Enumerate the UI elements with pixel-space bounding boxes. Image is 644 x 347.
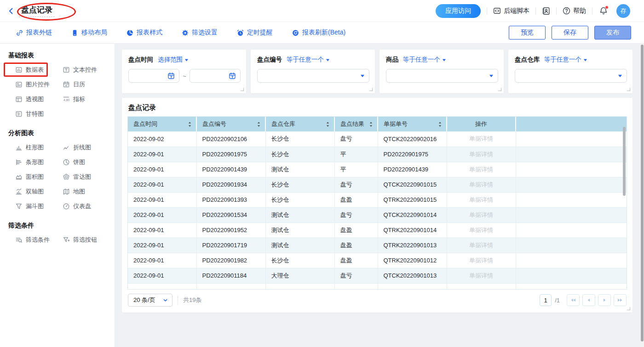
notification-bell-icon[interactable] <box>599 6 608 15</box>
first-page-button[interactable] <box>567 294 580 306</box>
table-row[interactable]: 2022-09-01PD20220901534测试仓盘亏QTCK20220901… <box>128 207 627 222</box>
sidebar-item-gantt[interactable]: 甘特图 <box>15 110 63 118</box>
select-input[interactable] <box>515 69 627 83</box>
doc-detail-link[interactable]: 单据详情 <box>447 253 516 268</box>
sidebar-item-column-chart[interactable]: 柱形图 <box>15 143 63 151</box>
resize-handle[interactable] <box>241 88 244 91</box>
sidebar-item-area-chart[interactable]: 面积图 <box>15 173 63 181</box>
page-scrollbar[interactable] <box>640 44 644 347</box>
next-page-button[interactable] <box>598 294 611 306</box>
filter-widget-warehouse[interactable]: 盘点仓库 等于任意一个 <box>508 50 632 93</box>
column-header-time[interactable]: 盘点时间 <box>128 117 196 131</box>
back-icon[interactable] <box>7 7 15 15</box>
resize-handle[interactable] <box>369 88 373 91</box>
doc-detail-link[interactable]: 单据详情 <box>447 207 516 222</box>
sort-icon[interactable] <box>326 121 330 127</box>
toolbar-item-scheduled-reminder[interactable]: 定时提醒 <box>237 28 273 37</box>
sidebar-item-dual-axis[interactable]: 双轴图 <box>15 188 63 195</box>
table-row[interactable]: 2022-09-01PD20220901934长沙仓盘亏QTCK20220901… <box>128 177 627 192</box>
save-button[interactable]: 保存 <box>552 26 588 40</box>
help-button[interactable]: 帮助 <box>563 7 586 15</box>
sort-icon[interactable] <box>438 121 442 127</box>
sidebar-item-pivot[interactable]: 透视图 <box>15 95 63 103</box>
resize-handle[interactable] <box>498 88 501 91</box>
gauge-icon <box>63 203 70 210</box>
table-row[interactable]: 2022-09-01PD20220901439测试仓平PD20220901439… <box>128 162 627 177</box>
sidebar-item-filter-condition[interactable]: 筛选条件 <box>15 236 63 244</box>
sidebar-item-bar-chart[interactable]: 条形图 <box>15 158 63 166</box>
filter-condition-selector[interactable]: 等于任意一个 <box>544 56 587 64</box>
filter-widget-date[interactable]: 盘点时间 选择范围 ~ <box>122 50 246 93</box>
table-scrollbar-thumb[interactable] <box>623 127 626 196</box>
date-end-input[interactable] <box>190 69 241 83</box>
doc-detail-link[interactable]: 单据详情 <box>447 192 516 207</box>
sidebar-item-line-chart[interactable]: 折线图 <box>63 143 115 151</box>
app-access-button[interactable]: 应用访问 <box>436 4 481 18</box>
sidebar-item-gauge[interactable]: 仪表盘 <box>63 202 115 210</box>
sidebar-item-image-widget[interactable]: 图片控件 <box>15 80 63 88</box>
doc-detail-link[interactable]: 单据详情 <box>447 147 516 162</box>
column-header-doc-number[interactable]: 单据单号 <box>378 117 447 131</box>
doc-detail-link[interactable]: 单据详情 <box>447 238 516 253</box>
sort-icon[interactable] <box>369 121 373 127</box>
doc-detail-link[interactable]: 单据详情 <box>447 162 516 177</box>
column-header-actions[interactable]: 操作 <box>447 117 516 131</box>
table-row[interactable]: 2022-09-02PD20220902106长沙仓盘亏QTCK20220902… <box>128 131 627 147</box>
page-size-select[interactable]: 20 条/页 <box>128 294 172 307</box>
column-header-result[interactable]: 盘点结果 <box>334 117 378 131</box>
filter-condition-selector[interactable]: 等于任意一个 <box>403 56 446 64</box>
table-cell-empty <box>516 268 627 283</box>
filter-condition-selector[interactable]: 等于任意一个 <box>287 56 330 64</box>
sidebar-item-funnel[interactable]: 漏斗图 <box>15 202 63 210</box>
date-start-input[interactable] <box>128 69 179 83</box>
doc-detail-link[interactable]: 单据详情 <box>447 222 516 238</box>
publish-button[interactable]: 发布 <box>594 26 631 40</box>
toolbar-item-external-link[interactable]: 报表外链 <box>16 28 52 37</box>
toolbar-item-report-refresh[interactable]: 报表刷新(Beta) <box>292 28 345 37</box>
doc-detail-link[interactable]: 单据详情 <box>447 131 516 147</box>
datasheet-widget[interactable]: 盘点记录 盘点时间 盘点编号 盘点仓库 盘点结果 单据单号 操作 20 <box>122 98 632 313</box>
table-row[interactable]: 2022-09-01PD20220901393长沙仓盘盈QTRK20220901… <box>128 192 627 207</box>
doc-detail-link[interactable]: 单据详情 <box>447 268 516 283</box>
sidebar-item-text-widget[interactable]: 文本控件 <box>63 66 115 74</box>
table-row[interactable]: 2022-09-01PD20220901982长沙仓盘盈QTRK20220901… <box>128 253 627 268</box>
table-row[interactable]: 2022-09-01PD20220901719测试仓盘盈QTRK20220901… <box>128 238 627 253</box>
last-page-button[interactable] <box>614 294 627 306</box>
dual-axis-icon <box>15 188 23 195</box>
date-range-separator: ~ <box>183 73 186 80</box>
sort-icon[interactable] <box>188 121 192 127</box>
toolbar-item-report-style[interactable]: 报表样式 <box>126 28 162 37</box>
table-row[interactable]: 2022-09-01PD20220901952测试仓盘盈QTRK20220901… <box>128 222 627 238</box>
avatar[interactable]: 存 <box>616 4 630 18</box>
doc-detail-link[interactable]: 单据详情 <box>447 177 516 192</box>
contacts-icon[interactable] <box>542 7 550 15</box>
sidebar-item-map[interactable]: 地图 <box>63 188 115 195</box>
select-input[interactable] <box>386 69 498 83</box>
column-header-warehouse[interactable]: 盘点仓库 <box>265 117 334 131</box>
sidebar-item-pie-chart[interactable]: 饼图 <box>63 158 115 166</box>
sidebar-item-filter-button[interactable]: 筛选按钮 <box>63 236 115 244</box>
table-row[interactable]: 2022-09-01PD20220901975长沙仓平PD20220901975… <box>128 147 627 162</box>
sidebar-item-datasheet[interactable]: 数据表 <box>15 66 63 74</box>
resize-handle[interactable] <box>627 307 630 310</box>
previous-page-button[interactable] <box>582 294 595 306</box>
sidebar-item-radar-chart[interactable]: 雷达图 <box>63 173 115 181</box>
current-page-input[interactable]: 1 <box>540 294 552 306</box>
preview-button[interactable]: 预览 <box>509 26 546 40</box>
filter-condition-selector[interactable]: 选择范围 <box>158 56 189 64</box>
sidebar-item-metric[interactable]: 指标 <box>63 95 115 103</box>
select-input[interactable] <box>257 69 369 83</box>
filter-widget-inventory-no[interactable]: 盘点编号 等于任意一个 <box>251 50 375 93</box>
page-scrollbar-thumb[interactable] <box>641 45 644 341</box>
filter-widget-product[interactable]: 商品 等于任意一个 <box>380 50 504 93</box>
toolbar-item-mobile-layout[interactable]: 移动布局 <box>71 28 107 37</box>
column-header-number[interactable]: 盘点编号 <box>196 117 265 131</box>
table-row[interactable]: 2022-09-01PD20220901184大理仓盘亏QTCK20220901… <box>128 268 627 283</box>
sort-icon[interactable] <box>257 121 261 127</box>
toolbar-item-filter-settings[interactable]: 筛选设置 <box>182 28 218 37</box>
resize-handle[interactable] <box>627 88 630 91</box>
filter-label: 盘点仓库 <box>515 56 540 64</box>
sidebar-item-calendar[interactable]: 日历 <box>63 80 115 88</box>
backend-script-button[interactable]: 后端脚本 <box>493 7 529 15</box>
page-title[interactable]: 盘点记录 <box>19 5 55 17</box>
